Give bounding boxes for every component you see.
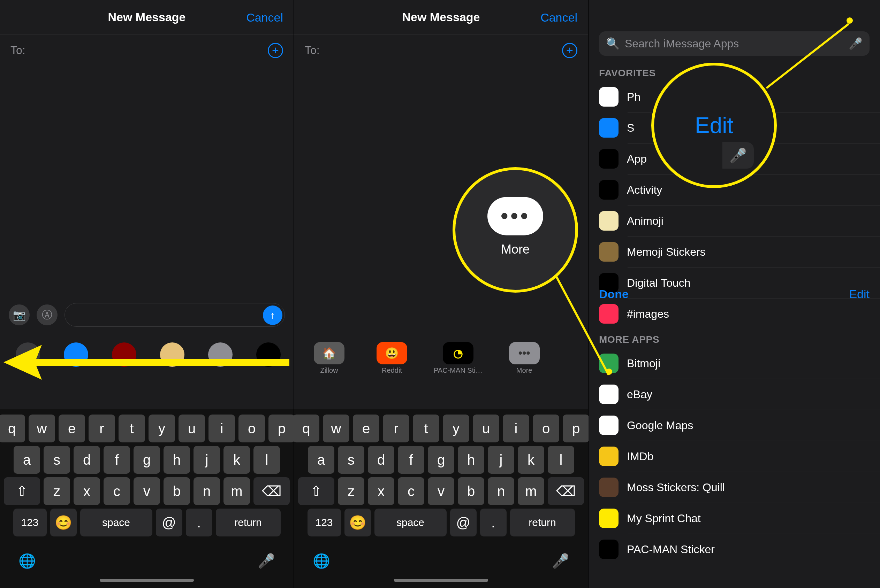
key-b[interactable]: b [164,477,190,505]
key-z[interactable]: z [338,477,364,505]
list-item[interactable]: #images [588,298,880,329]
key-j[interactable]: j [488,446,514,474]
key-⌫[interactable]: ⌫ [253,477,290,505]
list-item[interactable]: Animoji [588,206,880,236]
key-123[interactable]: 123 [13,508,47,537]
cancel-button[interactable]: Cancel [540,10,578,24]
key-h[interactable]: h [458,446,484,474]
key-return[interactable]: return [510,508,575,537]
edit-button[interactable]: Edit [849,287,869,301]
key-⇧[interactable]: ⇧ [298,477,334,505]
add-recipient-button[interactable]: + [268,43,283,58]
app-item-zillow[interactable]: 🏠 Zillow [308,342,350,375]
key-space[interactable]: space [375,508,447,537]
list-item[interactable]: S [588,112,880,143]
to-field-row[interactable]: To: + [0,35,293,66]
list-item[interactable]: My Sprint Chat [588,503,880,534]
cancel-button[interactable]: Cancel [246,10,283,24]
key-g[interactable]: g [428,446,454,474]
key-⌫[interactable]: ⌫ [548,477,584,505]
app-strip[interactable] [0,334,293,375]
key-f[interactable]: f [104,446,130,474]
search-field[interactable]: 🔍 Search iMessage Apps 🎤 [599,32,869,56]
key-y[interactable]: y [443,414,469,442]
key-😊[interactable]: 😊 [344,508,371,537]
key-t[interactable]: t [119,414,145,442]
key-v[interactable]: v [134,477,160,505]
key-@[interactable]: @ [156,508,182,537]
key-e[interactable]: e [59,414,85,442]
list-item[interactable]: Moss Stickers: Quill [588,472,880,502]
send-button[interactable]: ↑ [263,306,283,325]
key-c[interactable]: c [398,477,424,505]
key-return[interactable]: return [216,508,281,537]
key-⇧[interactable]: ⇧ [4,477,40,505]
key-.[interactable]: . [186,508,212,537]
list-item[interactable]: PAC-MAN Sticker [588,534,880,565]
list-item[interactable]: Activity [588,174,880,205]
key-i[interactable]: i [503,414,529,442]
key-d[interactable]: d [368,446,394,474]
app-item-more[interactable]: ••• More [504,342,545,375]
done-button[interactable]: Done [599,287,629,301]
key-p[interactable]: p [563,414,589,442]
list-item[interactable]: App [588,144,880,174]
key-k[interactable]: k [224,446,250,474]
key-w[interactable]: w [323,414,349,442]
key-v[interactable]: v [428,477,454,505]
key-123[interactable]: 123 [307,508,341,537]
key-m[interactable]: m [518,477,544,505]
key-n[interactable]: n [194,477,220,505]
key-z[interactable]: z [44,477,70,505]
key-@[interactable]: @ [450,508,477,537]
list-item[interactable]: Digital Touch [588,267,880,298]
list-item[interactable]: Ph [588,81,880,112]
list-item[interactable]: Google Maps [588,410,880,441]
key-g[interactable]: g [134,446,160,474]
key-r[interactable]: r [89,414,115,442]
key-😊[interactable]: 😊 [50,508,77,537]
key-h[interactable]: h [164,446,190,474]
list-item[interactable]: eBay [588,379,880,410]
key-c[interactable]: c [104,477,130,505]
home-indicator[interactable] [100,579,194,582]
key-l[interactable]: l [253,446,280,474]
list-item[interactable]: Memoji Stickers [588,237,880,267]
key-b[interactable]: b [458,477,484,505]
mic-icon[interactable]: 🎤 [848,37,863,50]
key-m[interactable]: m [224,477,250,505]
key-u[interactable]: u [179,414,205,442]
key-f[interactable]: f [398,446,424,474]
globe-icon[interactable]: 🌐 [311,550,332,571]
to-field-row[interactable]: To: + [294,35,588,66]
appstore-icon[interactable]: Ⓐ [37,304,57,326]
key-x[interactable]: x [74,477,100,505]
key-x[interactable]: x [368,477,394,505]
dictation-mic-icon[interactable]: 🎤 [256,550,277,571]
key-o[interactable]: o [238,414,265,442]
key-r[interactable]: r [383,414,409,442]
key-p[interactable]: p [268,414,295,442]
message-input[interactable]: ↑ [65,303,285,327]
key-a[interactable]: a [14,446,40,474]
list-item[interactable]: Bitmoji [588,348,880,379]
key-d[interactable]: d [74,446,100,474]
key-i[interactable]: i [209,414,235,442]
key-.[interactable]: . [480,508,507,537]
key-t[interactable]: t [413,414,439,442]
key-e[interactable]: e [353,414,379,442]
key-w[interactable]: w [29,414,55,442]
list-item[interactable]: IMDb [588,441,880,472]
key-u[interactable]: u [473,414,499,442]
keyboard[interactable]: qwertyuiop asdfghjkl ⇧zxcvbnm⌫ 123😊space… [0,409,293,588]
key-space[interactable]: space [80,508,152,537]
home-indicator[interactable] [394,579,488,582]
camera-icon[interactable]: 📷 [9,304,30,326]
key-s[interactable]: s [338,446,364,474]
app-strip[interactable]: 🏠 Zillow 😃 Reddit ◔ PAC-MAN Sti… ••• Mor… [294,337,588,379]
globe-icon[interactable]: 🌐 [17,550,38,571]
add-recipient-button[interactable]: + [562,43,578,58]
key-q[interactable]: q [293,414,319,442]
dictation-mic-icon[interactable]: 🎤 [550,550,571,571]
key-l[interactable]: l [548,446,574,474]
